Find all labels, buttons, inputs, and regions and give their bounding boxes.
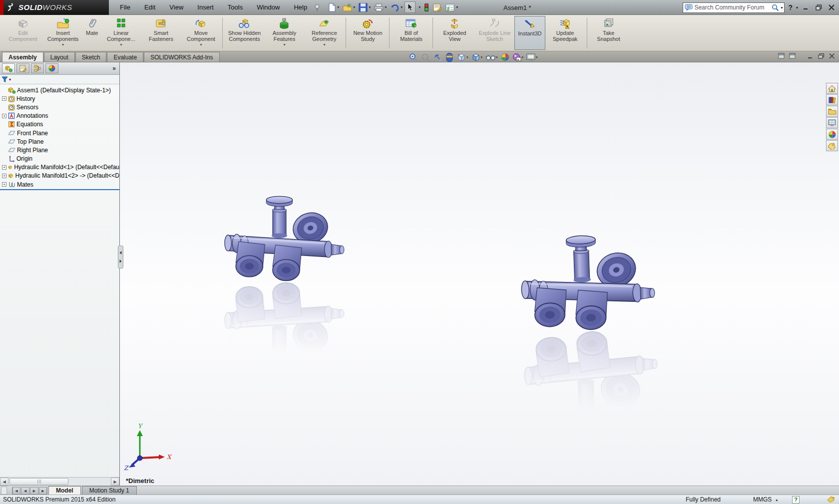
menu-tools[interactable]: Tools (223, 1, 248, 13)
minimize-button[interactable] (802, 4, 811, 10)
units-selector[interactable]: MMGS ▴ (753, 496, 778, 503)
tag-button[interactable] (827, 496, 835, 503)
undo-dropdown-caret[interactable]: ▾ (401, 5, 403, 9)
view-settings-caret[interactable]: ▾ (536, 55, 538, 59)
doc-close-button[interactable] (829, 53, 835, 59)
view-orientation-caret[interactable]: ▾ (466, 55, 468, 59)
bill-of-materials-button[interactable]: Bill of Materials (391, 16, 431, 50)
move-component-caret[interactable]: ▾ (200, 42, 202, 47)
expand-icon[interactable]: + (2, 174, 6, 178)
print-dropdown-caret[interactable]: ▾ (385, 5, 387, 9)
insert-components-button[interactable]: Insert Components ▾ (43, 16, 83, 50)
featuremanager-tab[interactable] (2, 63, 15, 73)
tab-sketch[interactable]: Sketch (75, 52, 107, 62)
search-magnifier-icon[interactable] (772, 4, 779, 11)
restore-button[interactable] (814, 4, 824, 10)
reference-geometry-caret[interactable]: ▾ (323, 42, 325, 47)
open-button[interactable]: ▾ (341, 2, 357, 13)
doc-window-icon[interactable] (789, 53, 796, 59)
display-style-button[interactable]: ▾ (471, 52, 483, 62)
take-snapshot-button[interactable]: Take Snapshot (589, 16, 629, 50)
displaymanager-tab[interactable] (45, 63, 58, 73)
menu-file[interactable]: File (115, 1, 135, 13)
menu-edit[interactable]: Edit (139, 1, 160, 13)
panel-flyout-chevron[interactable]: » (112, 65, 117, 72)
options-dropdown-caret[interactable]: ▾ (456, 5, 458, 9)
assembly-features-caret[interactable]: ▾ (283, 42, 285, 47)
expand-icon[interactable]: + (2, 165, 6, 170)
view-settings-button[interactable]: ▾ (526, 53, 538, 62)
print-button[interactable]: ▾ (373, 2, 388, 13)
last-tab-button[interactable]: ▶ (39, 487, 47, 495)
model-tab[interactable]: Model (48, 486, 81, 495)
next-tab-button[interactable]: ▶ (30, 487, 38, 495)
design-library-tab[interactable] (826, 94, 838, 105)
new-document-button[interactable]: ▾ (326, 2, 341, 13)
filter-dropdown-caret[interactable]: ▾ (9, 77, 11, 82)
show-hidden-components-button[interactable]: Show Hidden Components (224, 16, 264, 50)
tree-item-sensors[interactable]: Sensors (0, 103, 119, 111)
rebuild-button[interactable] (422, 2, 430, 13)
filter-funnel-icon[interactable] (1, 76, 8, 83)
community-search[interactable]: ▾ (683, 2, 785, 13)
panel-splitter-handle[interactable] (118, 246, 123, 268)
tree-item-hydraulic-manifold-1[interactable]: + Hydraulic Manifold<1> (Default<<Defau (0, 163, 119, 172)
tab-layout[interactable]: Layout (44, 52, 75, 62)
tree-item-front-plane[interactable]: Front Plane (0, 129, 119, 137)
move-component-button[interactable]: Move Component ▾ (181, 16, 221, 50)
new-motion-study-button[interactable]: New Motion Study (348, 16, 388, 50)
hydraulic-manifold-model-1[interactable] (225, 196, 344, 367)
options-button[interactable]: ▾ (444, 2, 459, 13)
view-palette-tab[interactable] (826, 117, 838, 128)
update-speedpak-button[interactable]: Update Speedpak (545, 16, 585, 50)
file-properties-button[interactable] (431, 2, 443, 13)
doc-minimize-button[interactable] (808, 53, 814, 59)
section-view-button[interactable] (444, 52, 454, 62)
graphics-viewport[interactable]: Y X Z *Dimetric (120, 62, 839, 486)
file-explorer-tab[interactable] (826, 106, 838, 117)
tab-strip-spl[interactable] (1, 487, 7, 495)
units-caret[interactable]: ▴ (776, 498, 778, 502)
tree-item-right-plane[interactable]: Right Plane (0, 146, 119, 154)
tab-evaluate[interactable]: Evaluate (107, 52, 143, 62)
scroll-left-button[interactable]: ◀ (0, 478, 8, 486)
new-dropdown-caret[interactable]: ▾ (337, 5, 339, 9)
tab-assembly[interactable]: Assembly (2, 52, 43, 62)
tab-solidworks-add-ins[interactable]: SOLIDWORKS Add-Ins (144, 52, 219, 62)
first-tab-button[interactable]: ◀ (12, 487, 20, 495)
view-orientation-button[interactable]: ▾ (456, 52, 469, 62)
save-button[interactable]: ▾ (357, 2, 372, 13)
menu-insert[interactable]: Insert (192, 1, 219, 13)
tree-item-equations[interactable]: Equations (0, 120, 119, 129)
units-label[interactable]: MMGS (753, 496, 772, 503)
hide-show-caret[interactable]: ▾ (496, 55, 498, 59)
tree-item-annotations[interactable]: + Annotations (0, 112, 119, 120)
linear-component-pattern-button[interactable]: Linear Compone... ▾ (101, 16, 141, 50)
select-button[interactable] (405, 1, 416, 13)
tree-item-assembly-root[interactable]: Assem1 (Default<Display State-1>) (0, 86, 119, 94)
assembly-features-button[interactable]: Assembly Features ▾ (264, 16, 304, 50)
appearances-scenes-tab[interactable] (826, 129, 838, 140)
expand-icon[interactable]: + (2, 96, 6, 101)
help-button[interactable]: ? (788, 3, 793, 11)
instant3d-button[interactable]: Instant3D (514, 16, 545, 50)
select-dropdown[interactable]: ▾ (416, 4, 422, 10)
motion-study-tab[interactable]: Motion Study 1 (82, 486, 137, 495)
solidworks-resources-tab[interactable] (826, 83, 838, 94)
prev-tab-button[interactable]: ◀ (21, 487, 29, 495)
expand-icon[interactable]: + (2, 114, 6, 118)
linear-pattern-caret[interactable]: ▾ (120, 42, 122, 47)
display-style-caret[interactable]: ▾ (481, 55, 483, 59)
menu-window[interactable]: Window (252, 1, 285, 13)
insert-components-caret[interactable]: ▾ (62, 42, 64, 47)
mate-button[interactable]: Mate (83, 16, 101, 50)
doc-window-icon[interactable] (778, 53, 785, 59)
edit-appearance-button[interactable] (500, 52, 510, 62)
search-input[interactable] (694, 4, 770, 11)
menu-view[interactable]: View (164, 1, 188, 13)
tree-item-origin[interactable]: Origin (0, 155, 119, 163)
scrollbar-thumb[interactable] (9, 478, 68, 485)
apply-scene-button[interactable]: ▾ (512, 52, 524, 62)
expand-icon[interactable]: + (2, 182, 6, 187)
previous-view-button[interactable] (432, 52, 442, 62)
